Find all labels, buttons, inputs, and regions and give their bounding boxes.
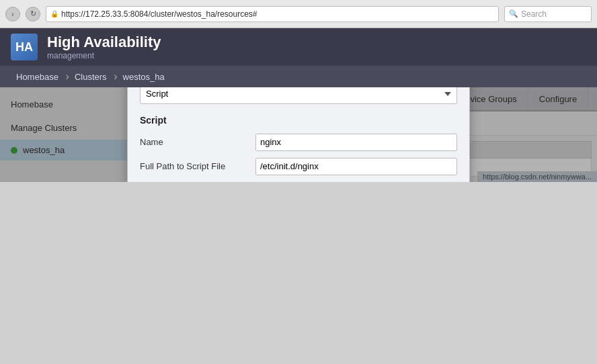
main-container: Homebase Manage Clusters westos_ha Nodes… xyxy=(0,87,597,182)
breadcrumb-bar: Homebase Clusters westos_ha xyxy=(0,66,597,87)
dialog-overlay: Add Resource to Cluster Script IP Addres… xyxy=(0,87,597,182)
input-path[interactable] xyxy=(255,158,457,175)
app-logo: HA xyxy=(11,34,38,60)
add-resource-dialog: Add Resource to Cluster Script IP Addres… xyxy=(127,87,470,182)
address-bar[interactable]: 🔒 https://172.25.33.5:8084/cluster/westo… xyxy=(46,6,499,22)
app-title: High Availability xyxy=(47,34,161,51)
lock-icon: 🔒 xyxy=(50,10,58,17)
label-path: Full Path to Script File xyxy=(140,161,247,171)
back-button[interactable]: ‹ xyxy=(5,7,20,21)
form-row-path: Full Path to Script File xyxy=(140,158,457,175)
breadcrumb-homebase[interactable]: Homebase xyxy=(8,66,67,87)
form-row-name: Name xyxy=(140,134,457,151)
reload-button[interactable]: ↻ xyxy=(26,7,40,21)
app-title-block: High Availability management xyxy=(47,34,161,60)
search-icon: 🔍 xyxy=(509,9,518,18)
url-text: https://172.25.33.5:8084/cluster/westos_… xyxy=(61,9,257,19)
dialog-body: Script IP Address NFS Mount NFS Server F… xyxy=(128,87,469,182)
app-subtitle: management xyxy=(47,51,161,60)
dialog-select-row: Script IP Address NFS Mount NFS Server F… xyxy=(140,87,457,104)
browser-search[interactable]: 🔍 Search xyxy=(504,6,592,22)
search-label: Search xyxy=(521,9,547,19)
breadcrumb-current[interactable]: westos_ha xyxy=(115,66,173,87)
resource-type-select[interactable]: Script IP Address NFS Mount NFS Server F… xyxy=(140,87,457,104)
input-name[interactable] xyxy=(255,134,457,151)
breadcrumb-clusters[interactable]: Clusters xyxy=(67,66,115,87)
label-name: Name xyxy=(140,137,247,147)
app-header: HA High Availability management xyxy=(0,28,597,66)
browser-chrome: ‹ ↻ 🔒 https://172.25.33.5:8084/cluster/w… xyxy=(0,0,597,28)
dialog-section-title: Script xyxy=(140,115,457,126)
